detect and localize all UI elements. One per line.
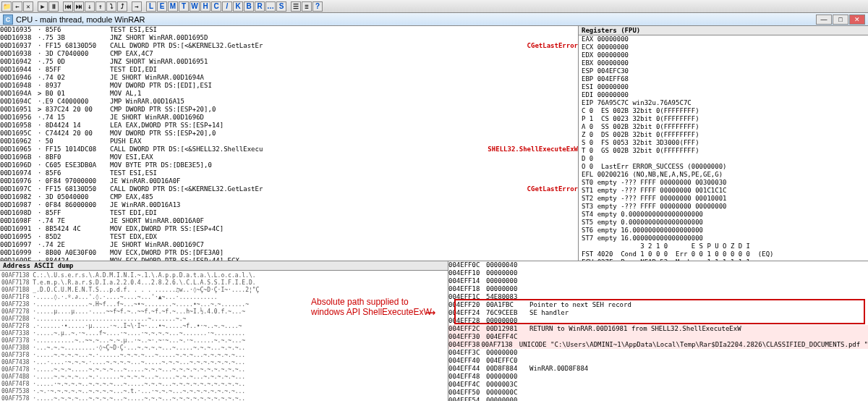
disasm-row[interactable]: 00D16995· 85D2 TEST EDX,EDX (0, 233, 578, 241)
disasm-row[interactable]: 00D16997·.74 2E JE SHORT WinRAR.00D169C7 (0, 241, 578, 249)
register-line[interactable]: ST0 empty -??? FFFF 00000000 00300030 (579, 179, 868, 187)
register-line[interactable]: 3 2 1 0 E S P U O Z D I (579, 242, 868, 250)
stack-row[interactable]: 004EFF500000000C (448, 389, 868, 397)
register-line[interactable]: Z 0 DS 002B 32bit 0(FFFFFFFF) (579, 131, 868, 139)
disasm-row[interactable]: 00D16982· 3D 05040000 CMP EAX,485 (0, 193, 578, 201)
stack-row[interactable]: 004EFF1800000000 (448, 285, 868, 293)
register-line[interactable]: ECX 00000000 (579, 43, 868, 51)
disasm-row[interactable]: 00D1694A> B0 01 MOV AL,1 (0, 90, 578, 98)
disasm-row[interactable]: 00D16958· 8D4424 14 LEA EAX,DWORD PTR SS… (0, 122, 578, 130)
toolbar-button-12[interactable]: ⤴ (117, 1, 127, 12)
disasm-row[interactable]: 00D16974· 85F6 TEST ESI,ESI (0, 169, 578, 177)
disasm-row[interactable]: 00D1698F·.74 7E JE SHORT WinRAR.00D16A0F (0, 217, 578, 225)
register-line[interactable]: FST 4020 Cond 1 0 0 0 Err 0 0 1 0 0 0 0 … (579, 250, 868, 258)
toolbar-button-11[interactable]: ⤵ (106, 1, 116, 12)
disasm-row[interactable]: 00D1696B· 8BF0 MOV ESI,EAX (0, 153, 578, 161)
toolbar-button-10[interactable]: ↑ (95, 1, 106, 12)
toolbar-button-23[interactable]: / (222, 1, 232, 12)
toolbar-button-0[interactable]: 📁 (1, 1, 12, 12)
disasm-row[interactable]: 00D16956·.74 15 JE SHORT WinRAR.00D1696D (0, 114, 578, 122)
register-line[interactable]: EAX 00000000 (579, 35, 868, 43)
toolbar-button-18[interactable]: M (168, 1, 178, 12)
register-line[interactable]: EBP 004EFF68 (579, 75, 868, 83)
register-line[interactable]: FCW 027F Prec NEAR,53 Mask 1 1 1 1 1 1 (579, 258, 868, 261)
toolbar-button-2[interactable]: ✕ (23, 1, 33, 12)
register-line[interactable]: C 0 ES 002B 32bit 0(FFFFFFFF) (579, 107, 868, 115)
stack-row[interactable]: 004EFF3800AF7138UNICODE "C:\Users\ADMINI… (448, 341, 868, 349)
register-line[interactable]: O 0 LastErr ERROR_SUCCESS (00000000) (579, 163, 868, 171)
register-line[interactable]: ST1 empty -??? FFFF 00000000 001C1C1C (579, 187, 868, 195)
toolbar-button-26[interactable]: R (255, 1, 265, 12)
register-line[interactable]: EIP 76A95C7C win32u.76A95C7C (579, 99, 868, 107)
disasm-row[interactable]: 00D16965· FF15 1014DC08 CALL DWORD PTR D… (0, 145, 578, 153)
toolbar-button-14[interactable]: → (132, 1, 142, 12)
register-line[interactable]: D 0 (579, 155, 868, 163)
stack-row[interactable]: 004EFF2C00D12981RETURN to WinRAR.00D1698… (448, 325, 868, 333)
stack-row[interactable]: 004EFF4400D8F884WinRAR.00D8F884 (448, 365, 868, 373)
toolbar-button-1[interactable]: ← (12, 1, 22, 12)
register-line[interactable]: ESP 004EFC30 (579, 67, 868, 75)
register-line[interactable]: EDX 00000000 (579, 51, 868, 59)
stack-row[interactable]: 004EFF5400000000 (448, 397, 868, 401)
disasm-row[interactable]: 00D1695C· C74424 20 00 MOV DWORD PTR SS:… (0, 130, 578, 138)
disasm-row[interactable]: 00D16942·.75 0D JNZ SHORT WinRAR.00D1695… (0, 58, 578, 66)
disasm-row[interactable]: 00D1694C·.E9 C4000000 JMP WinRAR.00D16A1… (0, 98, 578, 106)
toolbar-button-24[interactable]: K (233, 1, 243, 12)
register-line[interactable]: ST6 empty 16.000000000000000000 (579, 227, 868, 235)
disasm-row[interactable]: 00D16937· FF15 68130D50 CALL DWORD PTR D… (0, 42, 578, 50)
toolbar-button-17[interactable]: E (157, 1, 167, 12)
maximize-button[interactable]: □ (833, 14, 848, 25)
disasm-row[interactable]: 00D1696D· C605 ESE3DB0A MOV BYTE PTR DS:… (0, 161, 578, 169)
disasm-row[interactable]: 00D16962· 50 PUSH EAX (0, 138, 578, 145)
register-line[interactable]: P 1 CS 0023 32bit 0(FFFFFFFF) (579, 115, 868, 123)
hex-dump-body[interactable]: 00AF7138 C.:.\.U.s.e.r.s.\.A.D.M.I.N.I.~… (0, 271, 448, 401)
disasm-row[interactable]: 00D16948· 8937 MOV DWORD PTR DS:[EDI],ES… (0, 82, 578, 90)
disasm-row[interactable]: 00D16946·.74 02 JE SHORT WinRAR.00D1694A (0, 74, 578, 82)
stack-row[interactable]: 004EFF4C0000003C (448, 381, 868, 389)
toolbar-button-16[interactable]: L (146, 1, 156, 12)
stack-row[interactable]: 004EFF3C00000000 (448, 349, 868, 357)
register-line[interactable]: ST4 empty 0.0000000000000000000 (579, 211, 868, 219)
minimize-button[interactable]: — (816, 14, 832, 25)
disasm-row[interactable]: 00D16991· 8B5424 4C MOV EDX,DWORD PTR SS… (0, 225, 578, 233)
disasm-row[interactable]: 00D1698D· 85FF TEST EDI,EDI (0, 209, 578, 217)
register-line[interactable]: ST5 empty 0.0000000000000000000 (579, 219, 868, 227)
disasm-row[interactable]: 00D16938·.75 3B JNZ SHORT WinRAR.00D1695… (0, 34, 578, 42)
toolbar-button-31[interactable]: ≡ (302, 1, 312, 12)
disasm-row[interactable]: 00D16999· 8B00 A0E30F00 MOV ECX,DWORD PT… (0, 249, 578, 257)
register-line[interactable]: ESI 00000000 (579, 83, 868, 91)
disasm-row[interactable]: 00D16935· 85F6 TEST ESI,ESI (0, 26, 578, 34)
toolbar-button-20[interactable]: W (190, 1, 200, 12)
toolbar-button-9[interactable]: ↓ (85, 1, 95, 12)
stack-row[interactable]: 004EFF0C00000040 (448, 261, 868, 269)
toolbar-button-22[interactable]: C (211, 1, 221, 12)
toolbar-button-32[interactable]: ? (312, 1, 323, 12)
stack-row[interactable]: 004EFF40004EFFC0 (448, 357, 868, 365)
register-line[interactable]: EFL 00200216 (NO,NB,NE,A,NS,PE,GE,G) (579, 171, 868, 179)
disasm-row[interactable]: 00D16944· 85FF TEST EDI,EDI (0, 66, 578, 74)
toolbar-button-5[interactable]: ⏸ (48, 1, 59, 12)
register-line[interactable]: A 0 SS 002B 32bit 0(FFFFFFFF) (579, 123, 868, 131)
toolbar-button-27[interactable]: … (265, 1, 276, 12)
disasm-row[interactable]: 00D1699F· 884424 MOV ECX,DWORD PTR SS:[E… (0, 257, 578, 261)
toolbar-button-7[interactable]: ⏮ (63, 1, 73, 12)
close-button[interactable]: ✕ (849, 14, 865, 25)
register-line[interactable]: EBX 00000000 (579, 59, 868, 67)
register-line[interactable]: S 0 FS 0053 32bit 3D3000(FFF) (579, 139, 868, 147)
register-line[interactable]: T 0 GS 002B 32bit 0(FFFFFFFF) (579, 147, 868, 155)
disasm-row[interactable]: 00D16987· 0F84 86000000 JE WinRAR.00D16A… (0, 201, 578, 209)
disassembly-pane[interactable]: 00D16935· 85F6 TEST ESI,ESI00D16938·.75 … (0, 26, 579, 261)
toolbar-button-30[interactable]: ☰ (291, 1, 301, 12)
disasm-row[interactable]: 00D1697C· FF15 68130D50 CALL DWORD PTR D… (0, 185, 578, 193)
disasm-row[interactable]: 00D16938· 3D C7040000 CMP EAX,4C7 (0, 50, 578, 58)
stack-row[interactable]: 004EFF1400000000 (448, 277, 868, 285)
disasm-row[interactable]: 00D16951> 837C24 20 00 CMP DWORD PTR SS:… (0, 106, 578, 114)
registers-pane[interactable]: Registers (FPU) EAX 00000000ECX 00000000… (579, 26, 868, 261)
stack-pane[interactable]: 004EFF0C00000040004EFF1000000000004EFF14… (448, 261, 868, 401)
toolbar-button-8[interactable]: ⏭ (74, 1, 84, 12)
hex-dump-pane[interactable]: Address ASCII dump 00AF7138 C.:.\.U.s.e.… (0, 261, 448, 401)
toolbar-button-25[interactable]: B (244, 1, 254, 12)
toolbar-button-4[interactable]: ▶ (38, 1, 48, 12)
register-line[interactable]: EDI 00000000 (579, 91, 868, 99)
toolbar-button-21[interactable]: H (200, 1, 210, 12)
